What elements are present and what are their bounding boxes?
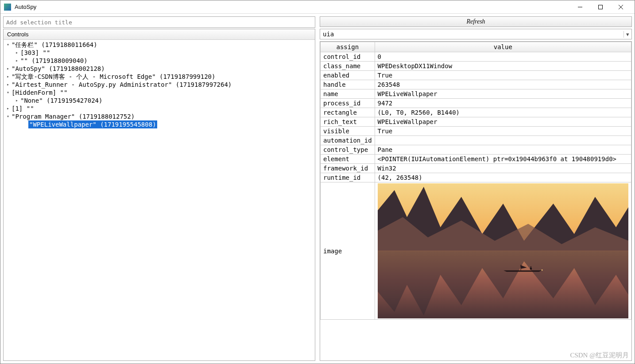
app-icon (4, 4, 11, 11)
tree-item-label: [303] "" (19, 49, 51, 57)
collapse-icon[interactable]: ▸ (14, 97, 19, 105)
property-value: WPELiveWallpaper (375, 89, 631, 99)
property-value: WPEDesktopDX11Window (375, 62, 631, 71)
property-row[interactable]: runtime_id(42, 263548) (321, 173, 631, 182)
left-column: Controls ▾"任务栏" (1719188011664)▸[303] ""… (3, 16, 315, 361)
property-key: control_type (321, 145, 375, 155)
property-value: 263548 (375, 80, 631, 89)
property-row[interactable]: rich_textWPELiveWallpaper (321, 117, 631, 127)
tree-item-label: "Airtest_Runner - AutoSpy.py Administrat… (11, 81, 232, 89)
property-value: 0 (375, 52, 631, 62)
tree-item-label: "写文章-CSDN博客 - 个人 - Microsoft Edge" (1719… (11, 73, 216, 81)
minimize-button[interactable] (570, 0, 590, 14)
svg-rect-6 (530, 267, 531, 269)
property-key: framework_id (321, 164, 375, 173)
tree-row[interactable]: ▸"写文章-CSDN博客 - 个人 - Microsoft Edge" (171… (4, 73, 315, 81)
expand-icon[interactable]: ▾ (5, 112, 11, 120)
select-value: uia (320, 31, 623, 38)
tree-item-label: "AutoSpy" (1719188002128) (11, 65, 106, 73)
collapse-icon[interactable]: ▸ (14, 57, 19, 65)
property-row[interactable]: rectangle(L0, T0, R2560, B1440) (321, 108, 631, 117)
col-value[interactable]: value (375, 42, 631, 52)
tree-header: Controls (4, 29, 315, 40)
property-value: Win32 (375, 164, 631, 173)
properties-table: assign value control_id0class_nameWPEDes… (320, 42, 631, 320)
tree-item-label: [HiddenForm] "" (11, 89, 68, 97)
titlebar[interactable]: AutoSpy (0, 0, 635, 14)
tree-row[interactable]: ▸[1] "" (4, 105, 315, 112)
properties-panel: assign value control_id0class_nameWPEDes… (320, 41, 632, 361)
property-row[interactable]: automation_id (321, 136, 631, 145)
property-value: (42, 263548) (375, 173, 631, 182)
property-key: image (321, 182, 375, 320)
collapse-icon[interactable]: ▸ (5, 81, 11, 89)
collapse-icon[interactable]: ▸ (5, 105, 11, 112)
tree-row[interactable]: ▸"None" (1719195427024) (4, 97, 315, 105)
property-row[interactable]: process_id9472 (321, 99, 631, 108)
app-window: AutoSpy Controls ▾"任务栏" (1719188011664)▸… (0, 0, 635, 364)
tree-row[interactable]: "WPELiveWallpaper" (1719195545808) (4, 120, 315, 128)
property-value (375, 136, 631, 145)
property-row[interactable]: handle263548 (321, 80, 631, 89)
chevron-down-icon[interactable]: ▾ (623, 31, 631, 38)
property-row[interactable]: enabledTrue (321, 71, 631, 80)
window-title: AutoSpy (15, 4, 570, 10)
property-key: rectangle (321, 108, 375, 117)
right-column: Refresh uia ▾ assign value control_id0cl… (320, 16, 632, 361)
tree-row[interactable]: ▸"Airtest_Runner - AutoSpy.py Administra… (4, 81, 315, 89)
property-row[interactable]: framework_idWin32 (321, 164, 631, 173)
expand-icon[interactable]: ▾ (5, 89, 11, 97)
collapse-icon[interactable]: ▸ (14, 49, 19, 57)
tree-item-label: [1] "" (11, 105, 35, 112)
property-value: True (375, 127, 631, 136)
col-assign[interactable]: assign (321, 42, 375, 52)
property-key: process_id (321, 99, 375, 108)
property-row[interactable]: control_typePane (321, 145, 631, 155)
tree-row[interactable]: ▸"" (1719188009040) (4, 57, 315, 65)
svg-point-7 (542, 269, 543, 271)
selection-title-input[interactable] (3, 16, 315, 28)
property-key: control_id (321, 52, 375, 62)
tree-row[interactable]: ▸[303] "" (4, 49, 315, 57)
controls-tree[interactable]: ▾"任务栏" (1719188011664)▸[303] ""▸"" (1719… (4, 40, 315, 360)
tree-row[interactable]: ▸"AutoSpy" (1719188002128) (4, 65, 315, 73)
property-row[interactable]: class_nameWPEDesktopDX11Window (321, 62, 631, 71)
tree-item-label: "任务栏" (1719188011664) (11, 41, 98, 49)
expand-icon[interactable]: ▾ (5, 41, 11, 49)
tree-item-label: "WPELiveWallpaper" (1719195545808) (28, 120, 157, 128)
preview-image-cell (375, 182, 631, 320)
property-row[interactable]: element<POINTER(IUIAutomationElement) pt… (321, 155, 631, 164)
property-key: handle (321, 80, 375, 89)
preview-image (378, 183, 628, 318)
property-key: class_name (321, 62, 375, 71)
controls-tree-panel: Controls ▾"任务栏" (1719188011664)▸[303] ""… (3, 29, 315, 361)
property-key: rich_text (321, 117, 375, 127)
property-row[interactable]: control_id0 (321, 52, 631, 62)
property-row: image (321, 182, 631, 320)
property-row[interactable]: visibleTrue (321, 127, 631, 136)
collapse-icon[interactable]: ▸ (5, 65, 11, 73)
property-key: runtime_id (321, 173, 375, 182)
tree-item-label: "" (1719188009040) (19, 57, 89, 65)
property-value: Pane (375, 145, 631, 155)
backend-select[interactable]: uia ▾ (320, 29, 632, 39)
property-value: WPELiveWallpaper (375, 117, 631, 127)
maximize-button[interactable] (590, 0, 611, 14)
close-button[interactable] (611, 0, 631, 14)
property-row[interactable]: nameWPELiveWallpaper (321, 89, 631, 99)
tree-row[interactable]: ▾"任务栏" (1719188011664) (4, 41, 315, 49)
tree-row[interactable]: ▾[HiddenForm] "" (4, 89, 315, 97)
tree-row[interactable]: ▾"Program Manager" (1719188012752) (4, 112, 315, 120)
property-key: element (321, 155, 375, 164)
svg-rect-1 (599, 5, 603, 9)
property-value: <POINTER(IUIAutomationElement) ptr=0x190… (375, 155, 631, 164)
refresh-button[interactable]: Refresh (320, 16, 632, 27)
content-area: Controls ▾"任务栏" (1719188011664)▸[303] ""… (0, 14, 635, 364)
property-value: 9472 (375, 99, 631, 108)
collapse-icon[interactable]: ▸ (5, 73, 11, 81)
property-value: True (375, 71, 631, 80)
tree-item-label: "Program Manager" (1719188012752) (11, 112, 136, 120)
property-key: automation_id (321, 136, 375, 145)
property-key: visible (321, 127, 375, 136)
property-key: name (321, 89, 375, 99)
